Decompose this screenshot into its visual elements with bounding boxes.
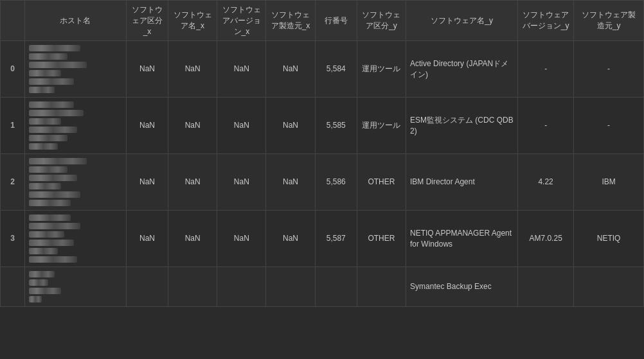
cell-sw-cat-x: NaN <box>126 98 168 154</box>
cell-sw-name-y: Active Directory (JAPANドメイン) <box>406 41 518 98</box>
cell-sw-name-y: IBM Director Agent <box>406 154 518 211</box>
cell-sw-ver-y: - <box>518 41 574 98</box>
header-row: ホスト名 ソフトウェア区分_x ソフトウェア名_x ソフトウェアバージョン_x … <box>1 1 644 41</box>
cell-sw-cat-x <box>126 267 168 307</box>
cell-sw-mfr-y <box>574 267 644 307</box>
cell-row-num <box>315 267 357 307</box>
cell-sw-name-y: NETIQ APPMANAGER Agent for Windows <box>406 211 518 267</box>
header-sw-ver-x: ソフトウェアバージョン_x <box>217 1 266 41</box>
cell-sw-ver-x: NaN <box>217 211 266 267</box>
table-row: 0NaNNaNNaNNaN5,584運用ツールActive Directory … <box>1 41 644 98</box>
cell-index: 0 <box>1 41 25 98</box>
cell-row-num: 5,584 <box>315 41 357 98</box>
cell-sw-ver-y: 4.22 <box>518 154 574 211</box>
cell-row-num: 5,585 <box>315 98 357 154</box>
cell-sw-ver-y: - <box>518 98 574 154</box>
header-sw-cat-x: ソフトウェア区分_x <box>126 1 168 41</box>
cell-sw-cat-y: OTHER <box>357 211 406 267</box>
cell-sw-cat-x: NaN <box>126 41 168 98</box>
table-row: 1NaNNaNNaNNaN5,585運用ツールESM監視システム (CDC QD… <box>1 98 644 154</box>
header-sw-cat-y: ソフトウェア区分_y <box>357 1 406 41</box>
header-sw-mfr-y: ソフトウェア製造元_y <box>574 1 644 41</box>
cell-index <box>1 267 25 307</box>
cell-sw-name-x <box>168 267 217 307</box>
table-row: 2NaNNaNNaNNaN5,586OTHERIBM Director Agen… <box>1 154 644 211</box>
cell-index: 2 <box>1 154 25 211</box>
cell-index: 1 <box>1 98 25 154</box>
cell-sw-name-y: Symantec Backup Exec <box>406 267 518 307</box>
header-host: ホスト名 <box>25 1 127 41</box>
table-row: 3NaNNaNNaNNaN5,587OTHERNETIQ APPMANAGER … <box>1 211 644 267</box>
cell-sw-mfr-x: NaN <box>266 211 315 267</box>
cell-sw-ver-x: NaN <box>217 41 266 98</box>
cell-sw-mfr-y: IBM <box>574 154 644 211</box>
header-index <box>1 1 25 41</box>
header-sw-name-y: ソフトウェア名_y <box>406 1 518 41</box>
main-table-container: ホスト名 ソフトウェア区分_x ソフトウェア名_x ソフトウェアバージョン_x … <box>0 0 644 307</box>
cell-sw-cat-x: NaN <box>126 154 168 211</box>
cell-sw-name-x: NaN <box>168 154 217 211</box>
table-row: Symantec Backup Exec <box>1 267 644 307</box>
cell-sw-cat-y: 運用ツール <box>357 41 406 98</box>
cell-sw-mfr-x <box>266 267 315 307</box>
cell-host <box>25 267 127 307</box>
cell-sw-mfr-x: NaN <box>266 98 315 154</box>
cell-sw-ver-x: NaN <box>217 154 266 211</box>
cell-sw-mfr-x: NaN <box>266 41 315 98</box>
cell-sw-name-x: NaN <box>168 211 217 267</box>
cell-sw-cat-y: 運用ツール <box>357 98 406 154</box>
header-sw-mfr-x: ソフトウェア製造元_x <box>266 1 315 41</box>
table-body: 0NaNNaNNaNNaN5,584運用ツールActive Directory … <box>1 41 644 307</box>
cell-host <box>25 211 127 267</box>
cell-sw-mfr-y: NETIQ <box>574 211 644 267</box>
cell-sw-name-x: NaN <box>168 98 217 154</box>
cell-host <box>25 41 127 98</box>
cell-row-num: 5,587 <box>315 211 357 267</box>
cell-host <box>25 154 127 211</box>
cell-sw-cat-y <box>357 267 406 307</box>
cell-sw-mfr-y: - <box>574 41 644 98</box>
cell-sw-cat-x: NaN <box>126 211 168 267</box>
cell-row-num: 5,586 <box>315 154 357 211</box>
cell-sw-name-x: NaN <box>168 41 217 98</box>
cell-host <box>25 98 127 154</box>
cell-sw-ver-x: NaN <box>217 98 266 154</box>
cell-sw-cat-y: OTHER <box>357 154 406 211</box>
cell-sw-mfr-y: - <box>574 98 644 154</box>
header-row-num: 行番号 <box>315 1 357 41</box>
cell-sw-ver-y <box>518 267 574 307</box>
cell-index: 3 <box>1 211 25 267</box>
header-sw-name-x: ソフトウェア名_x <box>168 1 217 41</box>
header-sw-ver-y: ソフトウェアバージョン_y <box>518 1 574 41</box>
cell-sw-ver-x <box>217 267 266 307</box>
cell-sw-name-y: ESM監視システム (CDC QDB2) <box>406 98 518 154</box>
data-table: ホスト名 ソフトウェア区分_x ソフトウェア名_x ソフトウェアバージョン_x … <box>0 0 644 307</box>
cell-sw-ver-y: AM7.0.25 <box>518 211 574 267</box>
cell-sw-mfr-x: NaN <box>266 154 315 211</box>
